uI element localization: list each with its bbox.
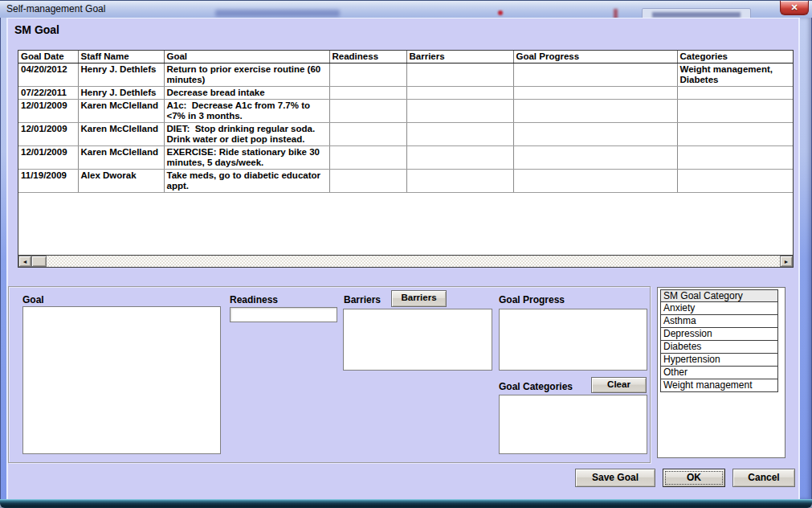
category-item-depression[interactable]: Depression bbox=[660, 328, 778, 341]
window-title: Self-management Goal bbox=[6, 3, 105, 14]
barriers-label: Barriers bbox=[344, 294, 381, 305]
table-header-row: Goal Date Staff Name Goal Readiness Barr… bbox=[18, 51, 793, 63]
category-item-anxiety[interactable]: Anxiety bbox=[660, 302, 778, 315]
cell-goal: A1c: Decrease A1c from 7.7% to <7% in 3 … bbox=[164, 100, 329, 123]
cell-categories bbox=[677, 87, 793, 100]
col-header-goal-progress[interactable]: Goal Progress bbox=[513, 51, 677, 63]
cell-categories: Weight management, Diabetes bbox=[677, 63, 793, 87]
cell-goal: DIET: Stop drinking regular soda. Drink … bbox=[164, 123, 329, 146]
category-list-header: SM Goal Category bbox=[660, 289, 778, 302]
cell-goal: Decrease bread intake bbox=[164, 87, 329, 100]
scrollbar-thumb[interactable] bbox=[31, 256, 47, 267]
table-row[interactable]: 07/22/2011 Henry J. Dethlefs Decrease br… bbox=[18, 87, 793, 100]
cell-goal-progress bbox=[513, 146, 677, 170]
cell-goal-date: 12/01/2009 bbox=[18, 146, 78, 170]
cell-barriers bbox=[406, 87, 513, 100]
category-item-diabetes[interactable]: Diabetes bbox=[660, 341, 778, 354]
cell-goal-progress bbox=[513, 63, 677, 87]
cell-readiness bbox=[329, 146, 406, 170]
table-horizontal-scrollbar[interactable]: ◄ ► bbox=[18, 256, 793, 267]
sm-goal-category-list: SM Goal Category Anxiety Asthma Depressi… bbox=[660, 289, 778, 392]
cell-readiness bbox=[329, 123, 406, 146]
cell-goal: EXERCISE: Ride stationary bike 30 minute… bbox=[164, 146, 329, 170]
barriers-button[interactable]: Barriers bbox=[391, 290, 447, 307]
scroll-left-button[interactable]: ◄ bbox=[18, 256, 31, 267]
cell-staff-name: Karen McClelland bbox=[78, 146, 164, 170]
goal-categories-label: Goal Categories bbox=[499, 381, 573, 392]
ok-button[interactable]: OK bbox=[663, 469, 725, 487]
cell-barriers bbox=[406, 63, 513, 87]
scroll-right-icon: ► bbox=[784, 259, 790, 264]
cell-goal: Return to prior exercise routine (60 min… bbox=[164, 63, 329, 87]
window-frame-left bbox=[0, 18, 7, 499]
goal-label: Goal bbox=[22, 294, 44, 305]
cell-staff-name: Alex Dworak bbox=[78, 170, 164, 193]
cell-goal-progress bbox=[513, 123, 677, 146]
col-header-goal-date[interactable]: Goal Date bbox=[18, 51, 78, 63]
category-item-asthma[interactable]: Asthma bbox=[660, 315, 778, 328]
barriers-input[interactable] bbox=[343, 309, 492, 371]
cell-barriers bbox=[406, 146, 513, 170]
goals-table-viewport: Goal Date Staff Name Goal Readiness Barr… bbox=[18, 51, 793, 256]
col-header-barriers[interactable]: Barriers bbox=[406, 51, 513, 63]
self-management-goal-dialog: Self-management Goal ✕ SM Goal Goal Date bbox=[0, 0, 812, 508]
window-frame-right bbox=[799, 18, 812, 499]
cell-categories bbox=[677, 123, 793, 146]
cell-barriers bbox=[406, 100, 513, 123]
table-row[interactable]: 12/01/2009 Karen McClelland DIET: Stop d… bbox=[18, 123, 793, 146]
cell-goal-progress bbox=[513, 100, 677, 123]
cell-readiness bbox=[329, 63, 406, 87]
scrollbar-track[interactable] bbox=[47, 256, 780, 267]
background-window-artifact bbox=[642, 8, 751, 18]
goals-table: Goal Date Staff Name Goal Readiness Barr… bbox=[18, 50, 794, 268]
scroll-left-icon: ◄ bbox=[22, 259, 28, 264]
cell-staff-name: Henry J. Dethlefs bbox=[78, 63, 164, 87]
cell-goal-date: 12/01/2009 bbox=[18, 100, 78, 123]
cell-goal-date: 12/01/2009 bbox=[18, 123, 78, 146]
readiness-label: Readiness bbox=[230, 294, 278, 305]
col-header-goal[interactable]: Goal bbox=[164, 51, 329, 63]
cell-goal-date: 11/19/2009 bbox=[18, 170, 78, 193]
title-bar[interactable]: Self-management Goal ✕ bbox=[0, 0, 812, 18]
cell-goal-progress bbox=[513, 87, 677, 100]
cell-readiness bbox=[329, 87, 406, 100]
scroll-right-button[interactable]: ► bbox=[780, 256, 793, 267]
cell-staff-name: Henry J. Dethlefs bbox=[78, 87, 164, 100]
cell-goal-progress bbox=[513, 170, 677, 193]
cell-staff-name: Karen McClelland bbox=[78, 123, 164, 146]
background-window-artifact bbox=[498, 10, 503, 15]
table-row[interactable]: 04/20/2012 Henry J. Dethlefs Return to p… bbox=[18, 63, 793, 87]
cell-barriers bbox=[406, 170, 513, 193]
category-item-hypertension[interactable]: Hypertension bbox=[660, 354, 778, 367]
table-row[interactable]: 11/19/2009 Alex Dworak Take meds, go to … bbox=[18, 170, 793, 193]
cancel-button[interactable]: Cancel bbox=[732, 469, 795, 487]
cell-categories bbox=[677, 170, 793, 193]
page-title: SM Goal bbox=[14, 23, 59, 36]
save-goal-button[interactable]: Save Goal bbox=[575, 469, 655, 487]
col-header-staff-name[interactable]: Staff Name bbox=[78, 51, 164, 63]
goal-progress-label: Goal Progress bbox=[499, 294, 565, 305]
cell-categories bbox=[677, 100, 793, 123]
category-item-weight-management[interactable]: Weight management bbox=[660, 379, 778, 392]
cell-readiness bbox=[329, 100, 406, 123]
goal-progress-input[interactable] bbox=[499, 309, 647, 371]
background-window-artifact bbox=[614, 9, 618, 18]
cell-goal-date: 07/22/2011 bbox=[18, 87, 78, 100]
goal-categories-input[interactable] bbox=[499, 395, 647, 454]
col-header-categories[interactable]: Categories bbox=[677, 51, 793, 63]
cell-goal-date: 04/20/2012 bbox=[18, 63, 78, 87]
background-window-artifact bbox=[215, 10, 340, 17]
cell-readiness bbox=[329, 170, 406, 193]
table-row[interactable]: 12/01/2009 Karen McClelland A1c: Decreas… bbox=[18, 100, 793, 123]
close-icon: ✕ bbox=[790, 2, 798, 12]
cell-categories bbox=[677, 146, 793, 170]
table-row[interactable]: 12/01/2009 Karen McClelland EXERCISE: Ri… bbox=[18, 146, 793, 170]
category-item-other[interactable]: Other bbox=[660, 367, 778, 379]
close-button[interactable]: ✕ bbox=[780, 1, 809, 15]
readiness-input[interactable] bbox=[230, 307, 337, 322]
cell-goal: Take meds, go to diabetic educator appt. bbox=[164, 170, 329, 193]
col-header-readiness[interactable]: Readiness bbox=[329, 51, 406, 63]
clear-button[interactable]: Clear bbox=[591, 377, 647, 393]
goal-input[interactable] bbox=[22, 306, 221, 454]
window-frame-bottom bbox=[0, 499, 812, 508]
